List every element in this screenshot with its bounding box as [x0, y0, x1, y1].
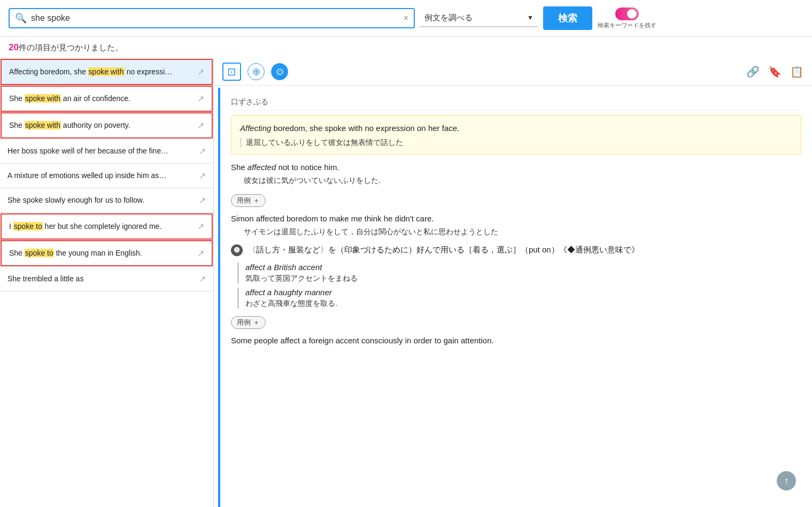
bookmark-button[interactable]: 🔖: [768, 65, 782, 78]
entry1-jp: 彼女は彼に気がついていないふりをした.: [231, 176, 801, 186]
section-2-description: 〈話し方・服装など〉を（印象づけるために）好んで用いる［着る，選ぶ］（put o…: [248, 245, 639, 254]
results-count: 20件の項目が見つかりました。: [0, 37, 812, 58]
section-2: ❷ 〈話し方・服装など〉を（印象づけるために）好んで用いる［着る，選ぶ］（put…: [231, 243, 801, 256]
list-item[interactable]: A mixture of emotions welled up inside h…: [0, 164, 213, 188]
result-text: Her boss spoke well of her because of th…: [7, 145, 195, 157]
example-block-2a: affect a British accent 気取って英国アクセントをまねる: [237, 263, 801, 283]
result-text: She spoke to the young man in English.: [9, 248, 193, 259]
result-text: She trembled a little as: [7, 273, 195, 285]
result-text: I spoke to her but she completely ignore…: [9, 221, 193, 232]
search-button[interactable]: 検索: [543, 6, 592, 30]
expand-button[interactable]: ⊡: [222, 63, 241, 81]
keyword-toggle-area: 検索キーワードを残す: [598, 7, 656, 29]
keyword-toggle[interactable]: [615, 7, 639, 20]
results-text: 件の項目が見つかりました。: [19, 43, 123, 52]
search-header: 🔍 × 例文を調べる ▼ 検索 検索キーワードを残す: [0, 0, 812, 37]
result-text: Affecting boredom, she spoke with no exp…: [9, 66, 193, 78]
external-link-icon[interactable]: ↗: [199, 274, 206, 284]
result-text: She spoke with authority on poverty.: [9, 120, 193, 131]
search-input[interactable]: [31, 13, 399, 23]
chevron-down-icon: ▼: [527, 14, 533, 21]
external-link-icon[interactable]: ↗: [197, 120, 204, 130]
list-item[interactable]: She spoke with an air of confidence. ↗: [1, 86, 213, 112]
example3-en: Some people affect a foreign accent cons…: [231, 334, 801, 347]
list-item[interactable]: She spoke to the young man in English. ↗: [1, 240, 213, 266]
main-layout: Affecting boredom, she spoke with no exp…: [0, 58, 812, 507]
yorei-button-1[interactable]: 用例 ＋: [231, 194, 266, 207]
link-button[interactable]: 🔗: [746, 65, 760, 78]
note-button[interactable]: 📋: [790, 65, 803, 78]
content-area[interactable]: 口ずさぶる Affecting boredom, she spoke with …: [218, 88, 812, 507]
clear-button[interactable]: ×: [404, 13, 408, 23]
list-item[interactable]: She spoke with authority on poverty. ↗: [1, 112, 213, 139]
results-number: 20: [9, 42, 19, 52]
list-item[interactable]: Affecting boredom, she spoke with no exp…: [1, 59, 213, 85]
external-link-icon[interactable]: ↗: [197, 221, 204, 232]
example-block-2b: affect a haughty manner わざと高飛車な態度を取る.: [237, 288, 801, 309]
pre-content: 口ずさぶる: [231, 94, 801, 111]
search-bar: 🔍 ×: [9, 8, 415, 28]
example1-en: Simon affected boredom to make me think …: [231, 212, 801, 225]
search-type-dropdown[interactable]: 例文を調べる ▼: [420, 10, 538, 27]
result-text: She spoke slowly enough for us to follow…: [7, 195, 195, 206]
scroll-top-button[interactable]: ↑: [777, 471, 796, 490]
right-wrapper: ⊡ ⊕ ⊙ 🔗 🔖 📋 口ずさぶる Affecting boredom, she…: [214, 58, 812, 507]
external-link-icon[interactable]: ↗: [199, 146, 206, 156]
dropdown-label: 例文を調べる: [424, 13, 525, 23]
example2b-en: affect a haughty manner: [245, 288, 801, 297]
list-item[interactable]: I spoke to her but she completely ignore…: [1, 213, 213, 240]
external-link-icon[interactable]: ↗: [197, 248, 204, 258]
result-text: She spoke with an air of confidence.: [9, 93, 193, 104]
list-item[interactable]: She trembled a little as ↗: [0, 267, 213, 291]
content-inner: 口ずさぶる Affecting boredom, she spoke with …: [220, 88, 812, 360]
toggle-label: 検索キーワードを残す: [598, 21, 656, 29]
result-text: A mixture of emotions welled up inside h…: [7, 170, 195, 181]
highlighted-sentence-en: Affecting boredom, she spoke with no exp…: [240, 122, 792, 135]
highlighted-sentence-jp: 退屈しているふりをして彼女は無表情で話した: [240, 138, 792, 148]
external-link-icon[interactable]: ↗: [199, 171, 206, 181]
plus-circle-button[interactable]: ⊕: [248, 63, 265, 80]
example1-jp: サイモンは退屈したふりをして，自分は関心がないと私に思わせようとした: [231, 227, 801, 237]
search-icon: 🔍: [15, 12, 27, 24]
download-circle-button[interactable]: ⊙: [271, 63, 288, 80]
list-item[interactable]: Her boss spoke well of her because of th…: [0, 139, 213, 164]
entry1-en: She affected not to notice him.: [231, 161, 801, 174]
external-link-icon[interactable]: ↗: [199, 195, 206, 205]
example2b-jp: わざと高飛車な態度を取る.: [245, 299, 801, 309]
yorei-button-2[interactable]: 用例 ＋: [231, 316, 266, 329]
example2a-en: affect a British accent: [245, 263, 801, 272]
external-link-icon[interactable]: ↗: [197, 94, 204, 104]
panel-toolbar: ⊡ ⊕ ⊙ 🔗 🔖 📋: [214, 58, 812, 86]
section-2-badge: ❷: [231, 244, 243, 256]
toolbar-right: 🔗 🔖 📋: [746, 65, 803, 78]
example2a-jp: 気取って英国アクセントをまねる: [245, 274, 801, 283]
left-panel: Affecting boredom, she spoke with no exp…: [0, 58, 214, 507]
highlighted-sentence-block: Affecting boredom, she spoke with no exp…: [231, 115, 801, 155]
list-item[interactable]: She spoke slowly enough for us to follow…: [0, 188, 213, 213]
external-link-icon[interactable]: ↗: [197, 67, 204, 77]
